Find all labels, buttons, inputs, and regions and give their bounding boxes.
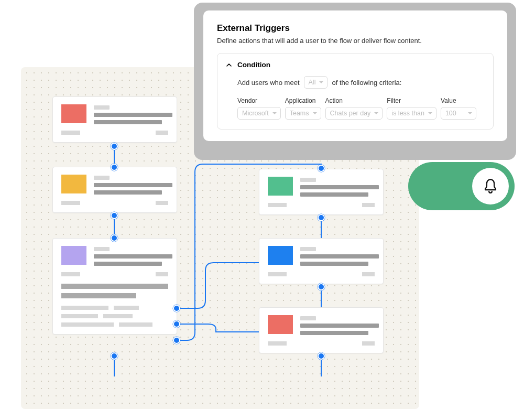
placeholder-line — [61, 131, 80, 135]
flow-node-card[interactable] — [259, 307, 384, 353]
panel-title: External Triggers — [217, 23, 494, 34]
application-select[interactable]: Teams — [285, 107, 321, 120]
connection-dot[interactable] — [111, 164, 118, 171]
node-color-swatch — [61, 104, 86, 123]
external-triggers-panel: External Triggers Define actions that wi… — [203, 10, 507, 141]
vendor-select[interactable]: Microsoft — [237, 107, 281, 120]
action-select[interactable]: Chats per day — [325, 107, 383, 120]
flow-node-card[interactable] — [259, 169, 384, 215]
placeholder-line — [156, 272, 168, 276]
placeholder-line — [300, 247, 316, 251]
placeholder-line — [94, 247, 110, 251]
placeholder-line — [94, 105, 110, 110]
connection-dot[interactable] — [111, 352, 118, 360]
connection-dot[interactable] — [318, 214, 325, 221]
placeholder-line — [61, 293, 136, 298]
connection-dot[interactable] — [173, 337, 180, 344]
connection-dot[interactable] — [318, 283, 325, 290]
connection-dot[interactable] — [111, 212, 118, 219]
placeholder-line — [268, 341, 287, 346]
placeholder-line — [156, 201, 168, 205]
connection-dot[interactable] — [111, 143, 118, 150]
placeholder-line — [300, 192, 368, 197]
notification-pill[interactable] — [408, 162, 515, 210]
criteria-post-text: of the following criteria: — [332, 79, 401, 87]
node-color-swatch — [268, 177, 293, 196]
placeholder-line — [94, 190, 162, 195]
flow-node-card-expanded[interactable] — [52, 238, 177, 335]
placeholder-line — [61, 306, 108, 310]
criteria-pre-text: Add users who meet — [237, 79, 300, 87]
filter-select[interactable]: is less than — [387, 107, 436, 120]
flow-node-card[interactable] — [52, 96, 177, 143]
placeholder-line — [362, 203, 375, 207]
field-label-value: Value — [441, 97, 476, 104]
flow-node-card[interactable] — [259, 238, 384, 284]
placeholder-line — [94, 254, 172, 259]
placeholder-line — [94, 113, 172, 117]
condition-toggle[interactable]: Condition — [226, 61, 485, 69]
connection-dot[interactable] — [111, 234, 118, 242]
placeholder-line — [94, 183, 172, 187]
node-color-swatch — [61, 246, 86, 265]
panel-subtitle: Define actions that will add a user to t… — [217, 37, 494, 45]
bell-icon-circle — [472, 168, 509, 204]
placeholder-line — [300, 262, 368, 266]
bell-icon — [482, 177, 499, 195]
condition-box: Condition Add users who meet All of the … — [217, 53, 494, 130]
value-select[interactable]: 100 — [441, 107, 476, 120]
chevron-up-icon — [226, 62, 232, 68]
connection-dot[interactable] — [318, 352, 325, 360]
placeholder-line — [61, 284, 168, 289]
field-label-application: Application — [285, 97, 321, 104]
placeholder-line — [362, 341, 375, 346]
node-color-swatch — [268, 315, 293, 334]
connection-dot[interactable] — [318, 165, 325, 172]
placeholder-line — [300, 316, 316, 320]
node-color-swatch — [268, 246, 293, 265]
field-label-filter: Filter — [387, 97, 436, 104]
placeholder-line — [362, 272, 375, 276]
field-label-vendor: Vendor — [237, 97, 281, 104]
placeholder-line — [300, 254, 379, 259]
flow-node-card[interactable] — [52, 167, 177, 213]
placeholder-line — [268, 272, 287, 276]
placeholder-line — [119, 322, 152, 327]
placeholder-line — [300, 324, 379, 328]
placeholder-line — [300, 331, 368, 335]
node-color-swatch — [61, 175, 86, 193]
match-mode-select[interactable]: All — [304, 76, 328, 89]
placeholder-line — [61, 201, 80, 205]
placeholder-line — [94, 262, 162, 266]
connection-dot[interactable] — [173, 305, 180, 312]
placeholder-line — [94, 176, 110, 180]
connection-dot[interactable] — [173, 320, 180, 328]
placeholder-line — [103, 314, 133, 318]
placeholder-line — [61, 272, 80, 276]
field-label-action: Action — [325, 97, 383, 104]
placeholder-line — [94, 120, 162, 124]
condition-heading: Condition — [237, 61, 270, 69]
placeholder-line — [300, 178, 316, 182]
placeholder-line — [156, 131, 168, 135]
placeholder-line — [300, 185, 379, 189]
placeholder-line — [268, 203, 287, 207]
placeholder-line — [61, 322, 114, 327]
placeholder-line — [114, 306, 139, 310]
placeholder-line — [61, 314, 98, 318]
